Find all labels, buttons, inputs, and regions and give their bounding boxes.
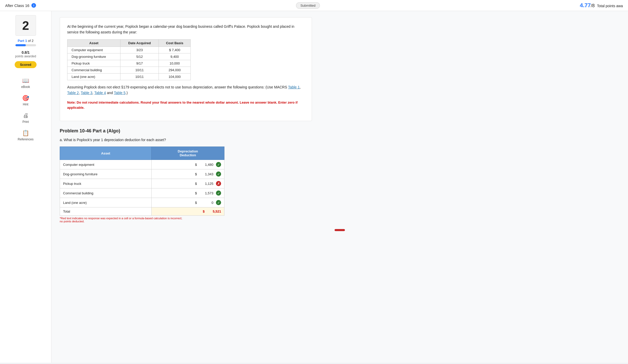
table1-link[interactable]: Table 1: [288, 85, 300, 89]
dep-header-deduction: DepreciationDeduction: [151, 147, 224, 160]
note-text: Note: Do not round intermediate calculat…: [67, 100, 304, 111]
dep-asset-name: Land (one acre): [60, 198, 152, 207]
total-label: Total: [60, 207, 152, 216]
asset-cost: 294,000: [159, 67, 191, 73]
asset-table-header-cost: Cost Basis: [159, 39, 191, 47]
status-incorrect-icon: ✗: [216, 181, 221, 186]
context-paragraph: At the beginning of the current year, Po…: [67, 24, 304, 35]
table3-link[interactable]: Table 3: [81, 91, 92, 95]
dep-asset-name: Commercial building: [60, 188, 152, 198]
points-sub: points awarded: [15, 54, 36, 58]
asset-date: 10/11: [120, 73, 159, 80]
problem-heading: Problem 10-46 Part a (Algo): [60, 128, 620, 134]
table4-link[interactable]: Table 4: [94, 91, 106, 95]
status-correct-icon: ✓: [216, 190, 221, 196]
score-value: 4.77: [580, 2, 591, 8]
total-value-cell[interactable]: $ 5,521: [151, 207, 224, 216]
dep-value: 0: [198, 201, 213, 205]
status-correct-icon: ✓: [216, 171, 221, 177]
total-dollar: $: [203, 210, 205, 213]
table5-link[interactable]: Table 5: [114, 91, 125, 95]
question-number: 2: [15, 15, 36, 36]
asset-table-header-date: Date Acquired: [120, 39, 159, 47]
asset-cost: 104,000: [159, 73, 191, 80]
asset-table-row: Pickup truck 9/17 10,000: [67, 60, 191, 67]
asset-name: Land (one acre): [67, 73, 120, 80]
dep-table-row: Dog-grooming furniture $ 1,343 ✓: [60, 169, 224, 179]
scored-badge: Scored: [15, 61, 36, 68]
asset-table-header-asset: Asset: [67, 39, 120, 47]
part-of: of 2: [27, 39, 33, 43]
dollar-sign: $: [195, 172, 197, 176]
dollar-sign: $: [195, 191, 197, 195]
dep-table-row: Commercial building $ 1,573 ✓: [60, 188, 224, 198]
top-bar: After Class 16 i Submitted 4.77/8 Total …: [0, 0, 628, 11]
asset-name: Commercial building: [67, 67, 120, 73]
asset-name: Dog-grooming furniture: [67, 53, 120, 60]
sidebar-item-ebook[interactable]: 📖 eBook: [0, 74, 51, 92]
dollar-sign: $: [195, 182, 197, 186]
dep-table-row: Land (one acre) $ 0 ✓: [60, 198, 224, 207]
submitted-badge: Submitted: [296, 2, 320, 9]
dep-value-cell[interactable]: $ 1,480 ✓: [151, 160, 224, 169]
points-awarded: 0.8/1: [22, 50, 30, 54]
instructions-text: Assuming Poplock does not elect §179 exp…: [67, 85, 288, 89]
sidebar: 2 Part 1 of 2 0.8/1 points awarded Score…: [0, 11, 51, 363]
dep-table: Asset DepreciationDeduction Computer equ…: [60, 147, 224, 216]
dep-total-row: Total $ 5,521: [60, 207, 224, 216]
asset-date: 3/23: [120, 47, 159, 53]
asset-date: 10/11: [120, 67, 159, 73]
dep-value-cell[interactable]: $ 1,125 ✗: [151, 179, 224, 188]
sidebar-item-references[interactable]: 📋 References: [0, 127, 51, 144]
score-label: Total points awa: [597, 4, 623, 8]
print-icon: 🖨: [23, 112, 29, 119]
references-icon: 📋: [22, 130, 29, 136]
dep-value: 1,343: [198, 172, 213, 176]
dep-value: 1,573: [198, 191, 213, 195]
dep-value-cell[interactable]: $ 1,573 ✓: [151, 188, 224, 198]
asset-table: Asset Date Acquired Cost Basis Computer …: [67, 39, 191, 80]
context-box: At the beginning of the current year, Po…: [60, 17, 312, 121]
dep-header-asset: Asset: [60, 147, 152, 160]
asset-name: Computer equipment: [67, 47, 120, 53]
asset-cost: $ 7,400: [159, 47, 191, 53]
part-label: Part 1 of 2: [18, 39, 33, 43]
dep-table-row: Computer equipment $ 1,480 ✓: [60, 160, 224, 169]
status-correct-icon: ✓: [216, 162, 221, 167]
table2-link[interactable]: Table 2: [67, 91, 79, 95]
content-area: At the beginning of the current year, Po…: [51, 11, 628, 363]
asset-table-row: Computer equipment 3/23 $ 7,400: [67, 47, 191, 53]
asset-table-row: Land (one acre) 10/11 104,000: [67, 73, 191, 80]
asset-date: 9/17: [120, 60, 159, 67]
dep-asset-name: Pickup truck: [60, 179, 152, 188]
asset-date: 5/12: [120, 53, 159, 60]
asset-name: Pickup truck: [67, 60, 120, 67]
bottom-indicator: [60, 225, 620, 235]
score-total: 8: [592, 3, 595, 8]
dep-table-wrapper: Asset DepreciationDeduction Computer equ…: [60, 147, 224, 223]
dep-value-cell[interactable]: $ 0 ✓: [151, 198, 224, 207]
dep-value-cell[interactable]: $ 1,343 ✓: [151, 169, 224, 179]
dollar-sign: $: [195, 201, 197, 205]
progress-bar-fill: [15, 44, 26, 46]
references-label: References: [18, 138, 33, 141]
dep-asset-name: Dog-grooming furniture: [60, 169, 152, 179]
footer-note: *Red text indicates no response was expe…: [60, 217, 183, 223]
ebook-icon: 📖: [22, 77, 29, 84]
dep-asset-name: Computer equipment: [60, 160, 152, 169]
asset-table-row: Commercial building 10/11 294,000: [67, 67, 191, 73]
dollar-sign: $: [195, 163, 197, 167]
sidebar-item-print[interactable]: 🖨 Print: [0, 109, 51, 127]
hint-icon: 🎯: [22, 95, 29, 102]
total-amount: 5,521: [206, 210, 221, 213]
top-bar-left: After Class 16 i: [5, 3, 36, 8]
page-title: After Class 16: [5, 3, 29, 8]
sidebar-item-hint[interactable]: 🎯 Hint: [0, 92, 51, 109]
progress-bar-container: [15, 44, 36, 46]
asset-table-row: Dog-grooming furniture 5/12 9,400: [67, 53, 191, 60]
context-instructions: Assuming Poplock does not elect §179 exp…: [67, 84, 304, 96]
hint-label: Hint: [23, 103, 28, 106]
part-link[interactable]: Part 1: [18, 39, 27, 43]
main-layout: 2 Part 1 of 2 0.8/1 points awarded Score…: [0, 11, 628, 363]
info-icon[interactable]: i: [31, 3, 36, 8]
